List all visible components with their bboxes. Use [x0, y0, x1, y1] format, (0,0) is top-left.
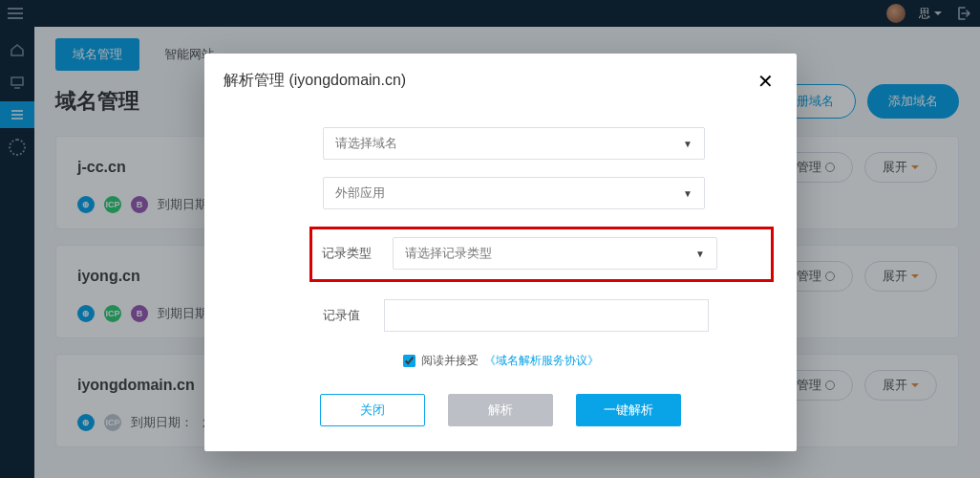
- record-value-label: 记录值: [323, 307, 369, 324]
- modal-title: 解析管理 (iyongdomain.cn): [224, 71, 406, 91]
- caret-icon: ▼: [695, 249, 705, 259]
- record-type-label: 记录类型: [322, 245, 375, 262]
- record-value-input[interactable]: [384, 299, 709, 332]
- agree-text: 阅读并接受: [421, 353, 479, 369]
- dns-modal: 解析管理 (iyongdomain.cn) ✕ 请选择域名▼ 外部应用▼ 记录类…: [204, 54, 797, 451]
- record-type-highlighted-row: 记录类型 请选择记录类型▼: [309, 227, 774, 282]
- app-select[interactable]: 外部应用▼: [323, 177, 705, 209]
- parse-button[interactable]: 解析: [448, 394, 553, 426]
- agree-link[interactable]: 《域名解析服务协议》: [484, 353, 599, 369]
- close-icon[interactable]: ✕: [757, 72, 774, 91]
- auto-parse-button[interactable]: 一键解析: [576, 394, 681, 426]
- agree-checkbox[interactable]: [403, 355, 415, 367]
- domain-select-placeholder: 请选择域名: [335, 135, 397, 152]
- app-select-placeholder: 外部应用: [335, 185, 385, 202]
- caret-icon: ▼: [683, 139, 692, 149]
- caret-icon: ▼: [683, 188, 692, 199]
- record-type-placeholder: 请选择记录类型: [405, 245, 492, 262]
- record-type-select[interactable]: 请选择记录类型▼: [393, 237, 717, 270]
- agree-row: 阅读并接受 《域名解析服务协议》: [227, 353, 774, 369]
- modal-close-button[interactable]: 关闭: [320, 394, 425, 426]
- domain-select[interactable]: 请选择域名▼: [323, 127, 705, 160]
